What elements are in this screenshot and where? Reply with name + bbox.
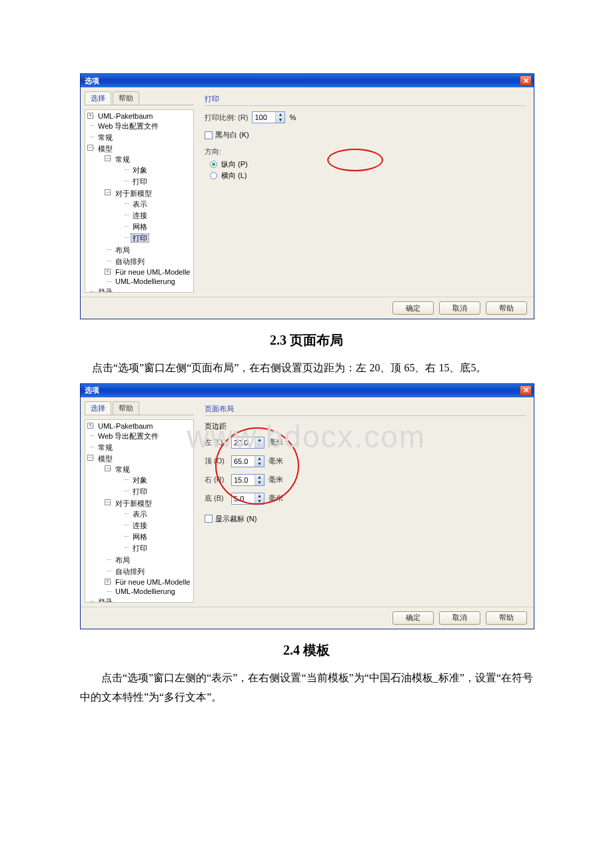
tree-login[interactable]: 登录: [97, 288, 114, 293]
group-title-print: 打印: [205, 94, 526, 106]
tree-web-export[interactable]: Web 导出配置文件: [97, 432, 160, 440]
dialog-buttons: 确定 取消 帮助: [81, 607, 534, 629]
right-pane-print: 打印 打印比例: (R) ▲▼ % 黑与白 (K) 方向: 纵向: [198, 87, 534, 297]
orientation-label: 方向:: [205, 147, 526, 157]
dialog-title: 选项: [85, 385, 99, 395]
margin-left-input[interactable]: [232, 437, 255, 448]
tree-uml-modelling[interactable]: UML-Modellierung: [114, 277, 177, 285]
margin-left-label: 左 (L): [205, 437, 227, 447]
dialog-title: 选项: [85, 76, 99, 86]
margin-top-spinner[interactable]: ▲▼: [231, 455, 265, 467]
tree-general-top[interactable]: 常规: [97, 133, 114, 141]
tree-model[interactable]: 模型: [97, 145, 114, 153]
tree-fur-neue[interactable]: Für neue UML-Modelle: [114, 268, 192, 276]
tree-layout[interactable]: 布局: [114, 246, 131, 254]
spinner-up-icon[interactable]: ▲: [276, 112, 285, 117]
bw-label: 黑与白 (K): [215, 130, 249, 140]
print-scale-spinner[interactable]: ▲▼: [252, 111, 285, 123]
landscape-label: 横向 (L): [221, 171, 247, 181]
title-bar: 选项 ✕: [81, 384, 534, 397]
cancel-button[interactable]: 取消: [439, 301, 480, 315]
orientation-group: 方向: 纵向 (P) 横向 (L): [205, 147, 526, 181]
title-bar: 选项 ✕: [81, 74, 534, 87]
ok-button[interactable]: 确定: [392, 301, 434, 315]
options-tree[interactable]: +UML-Paketbaum Web 导出配置文件 常规 −模型 −常规 对象 …: [85, 109, 194, 293]
tree-fur-neue[interactable]: Für neue UML-Modelle: [114, 578, 192, 586]
section-2-4-title: 2.4 模板: [80, 641, 533, 659]
section-2-3-para: 点击“选项”窗口左侧“页面布局”，在右侧设置页边距为：左 20、顶 65、右 1…: [71, 359, 533, 378]
print-scale-input[interactable]: [253, 112, 275, 123]
portrait-label: 纵向 (P): [221, 159, 248, 169]
ok-button[interactable]: 确定: [392, 611, 434, 625]
tree-print-general[interactable]: 打印: [131, 487, 149, 495]
tree-uml-paketbaum[interactable]: UML-Paketbaum: [97, 112, 155, 120]
tree-new-model[interactable]: 对于新模型: [114, 499, 153, 507]
tree-print-general[interactable]: 打印: [131, 177, 149, 185]
tree-connect[interactable]: 连接: [131, 521, 149, 529]
tree-web-export[interactable]: Web 导出配置文件: [97, 122, 160, 130]
margin-right-input[interactable]: [232, 475, 255, 485]
tree-auto-arrange[interactable]: 自动排列: [114, 567, 146, 575]
tree-grid[interactable]: 网格: [131, 533, 149, 541]
spinner-down-icon[interactable]: ▼: [276, 117, 285, 123]
tree-print[interactable]: 打印: [131, 544, 149, 552]
unit-mm: 毫米: [269, 493, 283, 503]
section-2-4-para: 点击“选项”窗口左侧的“表示”，在右侧设置“当前模板”为“中国石油模板_标准”，…: [80, 669, 533, 707]
close-icon[interactable]: ✕: [520, 75, 532, 86]
margin-top-label: 顶 (O): [205, 456, 227, 466]
tree-model[interactable]: 模型: [97, 455, 114, 463]
unit-mm: 毫米: [269, 475, 283, 485]
margin-left-spinner[interactable]: ▲▼: [231, 437, 265, 449]
tree-new-model[interactable]: 对于新模型: [114, 189, 153, 197]
close-icon[interactable]: ✕: [520, 385, 532, 396]
margins-subtitle: 页边距: [205, 421, 526, 431]
margin-right-spinner[interactable]: ▲▼: [231, 474, 265, 486]
tree-object[interactable]: 对象: [131, 166, 149, 174]
checkbox-icon: [205, 131, 213, 139]
tree-general[interactable]: 常规: [114, 155, 131, 163]
tree-grid[interactable]: 网格: [131, 223, 149, 231]
tree-object[interactable]: 对象: [131, 476, 149, 484]
tab-selection[interactable]: 选择: [85, 91, 111, 105]
group-title-layout: 页面布局: [205, 404, 526, 416]
show-crop-label: 显示裁标 (N): [215, 514, 257, 524]
dialog-buttons: 确定 取消 帮助: [81, 297, 534, 319]
radio-icon: [210, 172, 217, 179]
tree-layout[interactable]: 布局: [114, 556, 131, 564]
tree-display[interactable]: 表示: [131, 510, 149, 518]
help-button[interactable]: 帮助: [486, 301, 527, 315]
options-tree[interactable]: +UML-Paketbaum Web 导出配置文件 常规 −模型 −常规 对象 …: [85, 419, 194, 603]
unit-mm: 毫米: [269, 437, 283, 447]
cancel-button[interactable]: 取消: [439, 611, 480, 625]
tree-uml-paketbaum[interactable]: UML-Paketbaum: [97, 422, 155, 430]
tab-help[interactable]: 帮助: [113, 401, 139, 415]
checkbox-icon: [205, 515, 213, 523]
tree-connect[interactable]: 连接: [131, 211, 149, 219]
left-pane: 选择 帮助 +UML-Paketbaum Web 导出配置文件 常规 −模型 −…: [81, 87, 198, 297]
tree-display[interactable]: 表示: [131, 200, 149, 208]
radio-landscape[interactable]: 横向 (L): [210, 171, 526, 181]
radio-icon: [210, 161, 217, 168]
tree-general-top[interactable]: 常规: [97, 443, 114, 451]
margin-bottom-label: 底 (B): [205, 493, 227, 503]
options-dialog-print: 选项 ✕ 选择 帮助 +UML-Paketbaum Web 导出配置文件 常规 …: [80, 73, 534, 319]
margin-top-input[interactable]: [232, 456, 255, 467]
tree-auto-arrange[interactable]: 自动排列: [114, 257, 146, 265]
section-2-3-title: 2.3 页面布局: [80, 331, 533, 349]
bw-checkbox[interactable]: 黑与白 (K): [205, 130, 249, 140]
show-crop-checkbox[interactable]: 显示裁标 (N): [205, 514, 257, 524]
radio-portrait[interactable]: 纵向 (P): [210, 159, 526, 169]
help-button[interactable]: 帮助: [486, 611, 527, 625]
print-scale-label: 打印比例: (R): [205, 113, 248, 123]
tree-uml-modelling[interactable]: UML-Modellierung: [114, 587, 177, 595]
tree-print-selected[interactable]: 打印: [131, 234, 149, 242]
margin-bottom-input[interactable]: [232, 493, 255, 504]
tree-login[interactable]: 登录: [97, 598, 114, 603]
tree-general[interactable]: 常规: [114, 465, 131, 473]
tab-help[interactable]: 帮助: [113, 91, 139, 105]
options-dialog-layout: 选项 ✕ 选择 帮助 +UML-Paketbaum Web 导出配置文件 常规 …: [80, 383, 534, 629]
tab-selection[interactable]: 选择: [85, 401, 111, 415]
left-pane: 选择 帮助 +UML-Paketbaum Web 导出配置文件 常规 −模型 −…: [81, 397, 198, 607]
margin-bottom-spinner[interactable]: ▲▼: [231, 493, 265, 505]
left-tabs: 选择 帮助: [85, 91, 194, 105]
